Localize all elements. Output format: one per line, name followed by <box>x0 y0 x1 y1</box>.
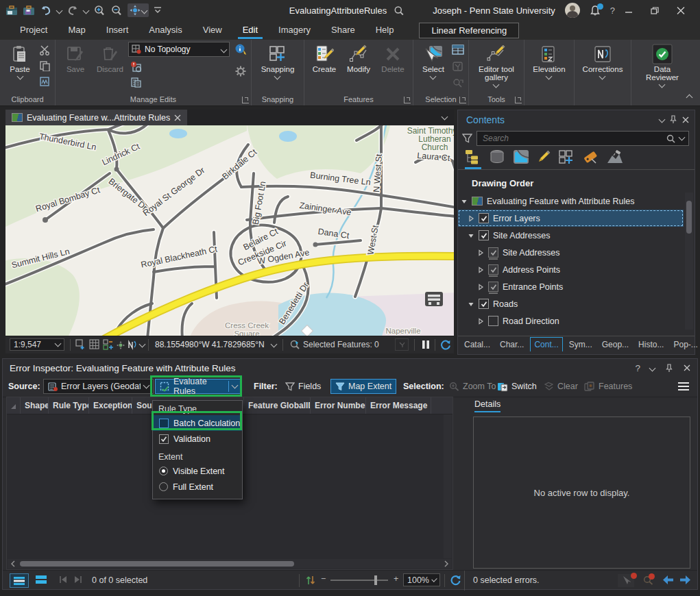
tab-linear-referencing[interactable]: Linear Referencing <box>419 23 519 38</box>
pane-tab-catal[interactable]: Catal... <box>461 338 494 351</box>
zoom-out-icon[interactable] <box>110 5 123 16</box>
selection-tools-icon[interactable] <box>451 60 465 73</box>
error-inspector-menu-chevron-icon[interactable] <box>649 364 656 371</box>
paste-button[interactable]: Paste <box>3 42 36 79</box>
save-edits-button[interactable]: Save <box>59 42 92 73</box>
expander-closed-icon[interactable] <box>468 215 474 222</box>
error-inspector-help-icon[interactable]: ? <box>635 363 640 373</box>
selected-features-count[interactable]: Selected Features: 0 <box>303 340 379 349</box>
scroll-left-icon[interactable] <box>10 560 18 567</box>
table-corner-cell[interactable] <box>7 397 21 414</box>
expander-closed-icon[interactable] <box>477 318 484 325</box>
filter-layers-icon[interactable] <box>462 134 472 143</box>
map-scale-combobox[interactable]: 1:9,547 <box>10 338 64 351</box>
error-inspector-close-icon[interactable] <box>684 364 690 371</box>
switch-selection-button[interactable]: Switch <box>493 379 541 394</box>
ribbon-tab-analysis[interactable]: Analysis <box>138 21 192 39</box>
scroll-right-icon[interactable] <box>442 560 450 567</box>
restore-button[interactable] <box>651 7 667 14</box>
layer-row[interactable]: Site Addresses <box>458 227 695 244</box>
grid-icon[interactable] <box>89 339 100 350</box>
copy-paths-icon[interactable] <box>38 75 51 88</box>
column-header-error-message[interactable]: Error Message <box>366 397 431 414</box>
evaluate-rules-button[interactable]: Evaluate Rules <box>155 379 242 394</box>
contents-scrollbar[interactable] <box>685 193 693 330</box>
pan-tool-icon[interactable] <box>117 341 125 349</box>
snapping-toggle-icon[interactable] <box>103 339 114 350</box>
select-dropdown-icon[interactable] <box>430 73 437 80</box>
editing-options-gear-icon[interactable] <box>234 64 248 78</box>
map-canvas[interactable]: Thunderbird LnLindrick CtRoyal Bombay Ct… <box>5 125 454 336</box>
north-arrow-icon[interactable] <box>126 339 137 350</box>
next-error-icon[interactable] <box>679 575 692 584</box>
fields-filter-button[interactable]: Fields <box>281 379 325 394</box>
user-avatar[interactable] <box>565 3 580 18</box>
close-map-tab-icon[interactable] <box>174 114 181 121</box>
ribbon-tab-imagery[interactable]: Imagery <box>268 21 321 39</box>
checkbox-checked-icon[interactable] <box>159 434 169 444</box>
pane-tab-char[interactable]: Char... <box>496 338 527 351</box>
search-icon[interactable] <box>666 134 675 143</box>
features-launcher-icon[interactable] <box>404 97 411 103</box>
next-record-icon[interactable] <box>74 576 82 583</box>
save-project-icon[interactable] <box>23 5 35 16</box>
layer-checkbox[interactable] <box>488 282 498 292</box>
selection-constraint-icon[interactable] <box>395 338 409 351</box>
search-options-chevron-icon[interactable] <box>679 134 686 141</box>
ribbon-tab-edit[interactable]: Edit <box>232 21 268 39</box>
expander-open-icon[interactable] <box>461 198 468 205</box>
qat-customize-icon[interactable] <box>154 7 162 14</box>
card-view-button[interactable] <box>36 575 47 584</box>
list-by-labeling-icon[interactable] <box>582 149 599 169</box>
explore-tool-button[interactable] <box>128 3 149 17</box>
previous-record-icon[interactable] <box>59 576 67 583</box>
tools-launcher-icon[interactable] <box>515 97 522 103</box>
menu-item-full-extent[interactable]: Full Extent <box>153 479 242 495</box>
toolbar-options-menu-icon[interactable] <box>677 382 690 391</box>
list-by-selection-icon[interactable] <box>513 149 529 169</box>
checkbox-unchecked-icon[interactable] <box>159 419 169 428</box>
topology-combobox[interactable]: No Topology <box>128 42 230 57</box>
menu-item-validation[interactable]: Validation <box>153 431 242 447</box>
expander-closed-icon[interactable] <box>477 284 484 290</box>
expander-closed-icon[interactable] <box>477 266 484 273</box>
features-button[interactable]: Features <box>580 379 636 394</box>
contents-search-input[interactable] <box>481 133 662 144</box>
explore-dropdown-icon[interactable] <box>141 7 148 14</box>
expander-open-icon[interactable] <box>468 301 474 308</box>
column-header-feature-globalid[interactable]: Feature GlobalID <box>244 397 311 414</box>
error-table-vertical-scrollbar[interactable] <box>444 414 452 558</box>
menu-item-visible-extent[interactable]: Visible Extent <box>153 463 242 479</box>
editor-tool-gallery-dropdown-icon[interactable] <box>493 82 500 88</box>
signed-in-user[interactable]: Joseph - Penn State University <box>433 5 555 16</box>
notifications-icon[interactable] <box>590 5 601 16</box>
layer-row[interactable]: Entrance Points <box>458 278 695 295</box>
elevation-dropdown-icon[interactable] <box>546 73 553 80</box>
ribbon-tab-project[interactable]: Project <box>10 21 58 39</box>
error-inspector-icon[interactable] <box>130 60 143 73</box>
zoom-in-icon[interactable] <box>93 5 106 16</box>
evaluate-rules-dropdown-icon[interactable] <box>232 382 239 389</box>
refresh-map-icon[interactable] <box>440 339 451 350</box>
tab-list-dropdown-icon[interactable] <box>442 114 448 121</box>
layer-row[interactable]: Address Points <box>458 261 695 278</box>
previous-error-icon[interactable] <box>662 575 674 584</box>
select-button[interactable]: Select <box>417 42 450 79</box>
zoom-slider-thumb[interactable] <box>374 575 377 585</box>
list-by-editing-icon[interactable] <box>537 149 551 169</box>
delete-features-button[interactable]: Delete <box>376 42 409 73</box>
attributes-icon[interactable] <box>451 43 465 57</box>
ribbon-tab-share[interactable]: Share <box>321 21 365 39</box>
paste-dropdown-icon[interactable] <box>16 73 23 80</box>
layer-checkbox[interactable] <box>479 299 489 309</box>
details-tab[interactable]: Details <box>474 399 500 412</box>
error-inspector-pin-icon[interactable] <box>666 364 673 373</box>
minimize-button[interactable] <box>625 7 641 14</box>
layer-checkbox[interactable] <box>479 213 489 223</box>
elevation-button[interactable]: Elevation <box>529 42 568 79</box>
data-reviewer-button[interactable]: Data Reviewer <box>635 42 690 87</box>
expander-closed-icon[interactable] <box>477 249 484 256</box>
manage-edits-launcher-icon[interactable] <box>242 97 249 103</box>
redo-dropdown-icon[interactable] <box>83 7 90 14</box>
radio-selected-icon[interactable] <box>159 467 168 475</box>
